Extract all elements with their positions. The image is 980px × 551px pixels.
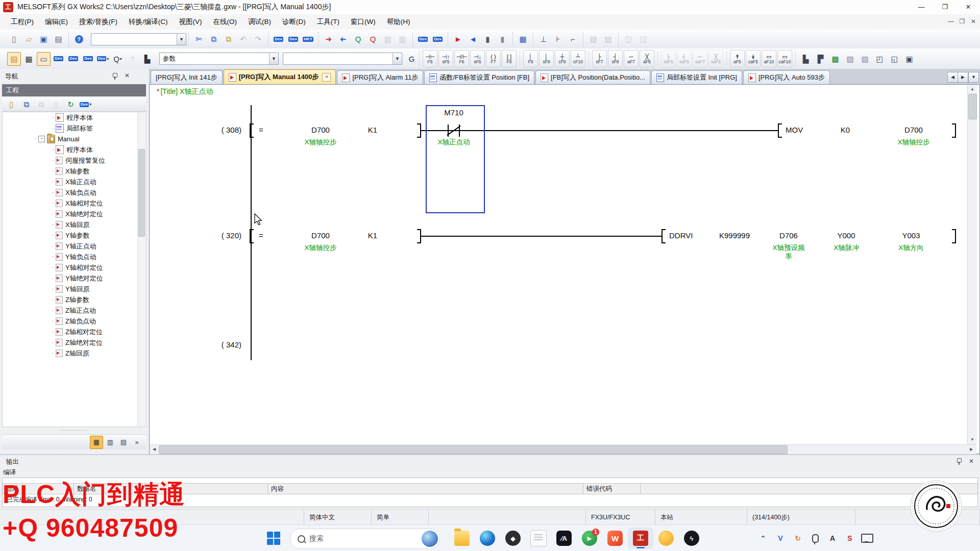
mdi-restore-button[interactable]: ❐ bbox=[957, 16, 968, 27]
pin-icon[interactable] bbox=[111, 72, 118, 80]
open-project-icon[interactable]: ▱ bbox=[22, 32, 36, 46]
tree-item-4[interactable]: ┄程序本体 bbox=[3, 144, 145, 155]
taskbar-app-file-explorer[interactable] bbox=[449, 528, 475, 549]
menu-item-11[interactable]: 帮助(H) bbox=[381, 14, 416, 30]
menu-item-9[interactable]: 工具(T) bbox=[311, 14, 345, 30]
taskbar-app-wps-office[interactable]: W bbox=[602, 528, 628, 549]
fkey-F5[interactable]: ⊣⊢F5 bbox=[423, 50, 437, 67]
monitor-start-icon[interactable]: ► bbox=[451, 32, 465, 46]
nav-new-icon[interactable]: ▯ bbox=[5, 97, 18, 111]
ladder-rail-icon[interactable]: ⊦ bbox=[551, 32, 565, 46]
zoom-in-icon[interactable]: ◰ bbox=[873, 52, 887, 66]
fkey-sF5[interactable]: ⊣↑sF5 bbox=[438, 50, 453, 67]
fkey-cF9[interactable]: ┼cF9 bbox=[555, 50, 570, 67]
tab-5[interactable]: [FB]写入 Position(Data.Positio... bbox=[535, 70, 650, 84]
tree-item-16[interactable]: ┄Y轴绝对定位 bbox=[3, 273, 145, 284]
taskbar-app-eagle[interactable]: ϟ bbox=[679, 528, 704, 549]
tray-ime-icon[interactable]: A bbox=[824, 530, 841, 546]
window-close-button[interactable]: ✕ bbox=[957, 0, 980, 14]
window-minimize-button[interactable]: — bbox=[910, 0, 933, 14]
tree-item-6[interactable]: ┄X轴参数 bbox=[3, 166, 145, 177]
tab-scroll-right-button[interactable]: ▶ bbox=[958, 72, 968, 83]
ddrvi-param4[interactable]: Y003 bbox=[890, 231, 933, 240]
ddrvi-instruction[interactable]: DDRVI bbox=[669, 231, 693, 240]
device-memory-icon[interactable]: Dev bbox=[66, 52, 80, 66]
tab-close-icon[interactable]: × bbox=[322, 73, 331, 82]
fkey-caF5[interactable]: ↡caF5 bbox=[746, 50, 761, 67]
read-mode-icon[interactable]: ▛ bbox=[814, 52, 827, 66]
fkey-F9[interactable]: │F9 bbox=[523, 50, 538, 67]
tab-2[interactable]: [PRG]写入 Manual 1400步× bbox=[224, 69, 336, 84]
statement-display-icon[interactable]: ▨ bbox=[843, 52, 857, 66]
cross-reference-icon[interactable]: ▙ bbox=[140, 52, 154, 66]
ddrvi-param3[interactable]: Y000 bbox=[825, 231, 868, 240]
write-to-plc-icon[interactable]: ➜ bbox=[322, 32, 335, 46]
print-icon[interactable]: ▤ bbox=[52, 32, 65, 46]
tree-item-9[interactable]: ┄X轴相对定位 bbox=[3, 198, 145, 209]
tree-item-17[interactable]: ┄Y轴回原 bbox=[3, 284, 145, 294]
tray-antivirus-icon[interactable]: V bbox=[772, 530, 789, 546]
fkey-aF7[interactable]: ─aF7 bbox=[624, 50, 639, 67]
nav-sort-icon[interactable]: Dev▾ bbox=[79, 97, 92, 111]
tree-scrollbar-thumb[interactable] bbox=[138, 149, 145, 237]
tray-display-icon[interactable] bbox=[859, 530, 876, 546]
tree-item-1[interactable]: ┄程序本体 bbox=[3, 112, 145, 123]
project-view-icon[interactable]: ▤ bbox=[7, 52, 21, 66]
device-find-icon[interactable]: Dev bbox=[272, 32, 285, 46]
tab-list-button[interactable]: ▼ bbox=[968, 72, 979, 83]
nav-tab-user-icon[interactable]: ▥ bbox=[104, 436, 116, 448]
fkey-aF10[interactable]: ▭aF10 bbox=[762, 50, 776, 67]
combo-dropdown-icon[interactable]: ▼ bbox=[393, 53, 402, 64]
combo-dropdown-icon[interactable]: ▼ bbox=[177, 34, 186, 45]
edit-mode-icon[interactable]: ▙ bbox=[799, 52, 813, 66]
ladder-editor[interactable]: *[Title] X轴正点动 ( 308) = D700 K1 X轴轴控步 M7… bbox=[149, 84, 980, 454]
ladder-horizontal-scrollbar[interactable]: ◀ ▶ bbox=[150, 444, 976, 454]
menu-item-6[interactable]: 在线(O) bbox=[208, 14, 243, 30]
start-button[interactable] bbox=[266, 531, 281, 545]
tab-4[interactable]: 函数/FB标签设置 Position [FB] bbox=[424, 70, 534, 84]
mdi-close-button[interactable]: ✕ bbox=[968, 16, 979, 27]
nav-tab-project-icon[interactable]: ▦ bbox=[90, 436, 103, 449]
menu-item-3[interactable]: 搜索/替换(F) bbox=[74, 14, 123, 30]
fkey-F8[interactable]: [ ]F8 bbox=[502, 50, 517, 67]
toolbar2-combo-parameter[interactable]: 参数▼ bbox=[159, 53, 279, 65]
cut-icon[interactable]: ✄ bbox=[192, 32, 206, 46]
nav-copy-icon[interactable]: ⧉ bbox=[19, 97, 33, 111]
copy-icon[interactable]: ⧉ bbox=[207, 32, 220, 46]
scroll-up-icon[interactable]: ▲ bbox=[968, 85, 976, 93]
compare-operator[interactable]: = bbox=[259, 231, 263, 240]
module-config-icon[interactable]: ▦ bbox=[22, 52, 36, 66]
output-close-icon[interactable]: ✕ bbox=[969, 458, 974, 465]
mov-instruction[interactable]: MOV bbox=[786, 126, 803, 134]
menu-item-4[interactable]: 转换/编译(C) bbox=[123, 14, 174, 30]
output-pin-icon[interactable] bbox=[955, 458, 963, 465]
comment-display-icon[interactable]: ▩ bbox=[828, 52, 842, 66]
menu-item-8[interactable]: 诊断(D) bbox=[277, 14, 311, 30]
tray-mic-icon[interactable] bbox=[806, 530, 824, 546]
search-highlight-image[interactable] bbox=[422, 531, 438, 547]
device-test-icon[interactable]: Dev bbox=[431, 32, 445, 46]
tray-sync-icon[interactable]: ↻ bbox=[789, 530, 806, 546]
taskbar-app-unity-hub[interactable]: ◆ bbox=[500, 528, 526, 549]
taskbar-app-notepad[interactable] bbox=[526, 528, 551, 549]
tree-item-5[interactable]: ┄伺服报警复位 bbox=[3, 155, 145, 166]
ladder-vertical-scrollbar[interactable]: ▲ ▼ bbox=[967, 85, 977, 444]
scroll-down-icon[interactable]: ▼ bbox=[968, 436, 976, 444]
output-column-1[interactable]: 结果 bbox=[3, 484, 74, 494]
window-maximize-button[interactable]: ❐ bbox=[933, 0, 957, 14]
ladder-block-icon[interactable]: ⌐ bbox=[566, 32, 580, 46]
nav-refresh-icon[interactable]: ↻ bbox=[64, 97, 78, 111]
tree-item-14[interactable]: ┄Y轴负点动 bbox=[3, 252, 145, 262]
menu-item-7[interactable]: 调试(B) bbox=[242, 14, 277, 30]
compare-operand1[interactable]: D700 bbox=[298, 126, 344, 134]
nav-tab-connect-icon[interactable]: ▤ bbox=[117, 436, 130, 448]
tab-7[interactable]: [PRG]写入 Auto 593步 bbox=[743, 70, 830, 84]
monitor-mode-icon[interactable]: ▮ bbox=[496, 32, 509, 46]
jump-icon[interactable]: G bbox=[405, 52, 419, 66]
ddrvi-param1[interactable]: K999999 bbox=[706, 231, 763, 240]
tree-item-11[interactable]: ┄X轴回原 bbox=[3, 219, 145, 230]
output-column-2[interactable]: 数据名 bbox=[74, 484, 268, 494]
replace-icon[interactable]: Q bbox=[366, 32, 380, 46]
compare-operator[interactable]: = bbox=[259, 126, 263, 134]
fkey-cF10[interactable]: ┴cF10 bbox=[571, 50, 585, 67]
